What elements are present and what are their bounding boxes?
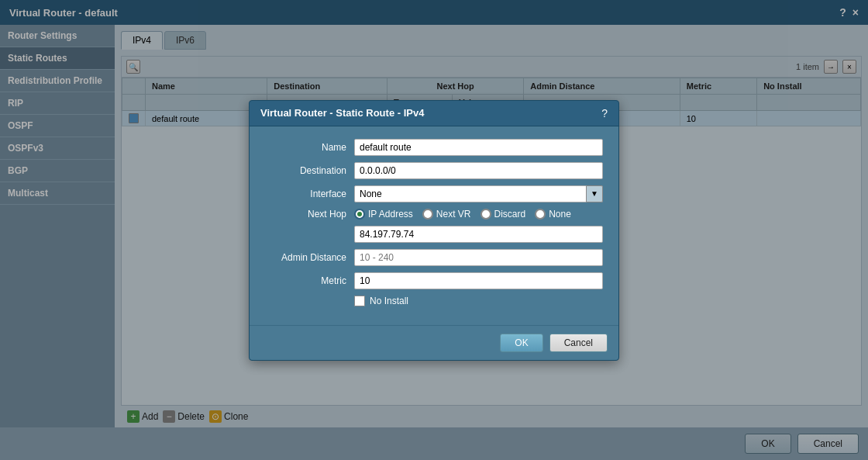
no-install-checkbox[interactable] bbox=[354, 296, 365, 306]
destination-label: Destination bbox=[265, 165, 354, 176]
nexthop-row: Next Hop IP Address Next VR Disca bbox=[265, 209, 603, 220]
interface-select-wrapper: None ▼ bbox=[354, 185, 603, 202]
interface-select-arrow[interactable]: ▼ bbox=[586, 185, 603, 202]
modal-cancel-button[interactable]: Cancel bbox=[549, 334, 608, 352]
modal-overlay: Virtual Router - Static Route - IPv4 ? N… bbox=[0, 0, 868, 460]
modal-help-icon[interactable]: ? bbox=[601, 107, 608, 119]
no-install-row: No Install bbox=[265, 296, 603, 306]
radio-discard-circle bbox=[480, 209, 491, 220]
destination-input[interactable] bbox=[354, 162, 603, 179]
metric-label: Metric bbox=[265, 275, 354, 286]
name-input[interactable] bbox=[354, 139, 603, 156]
name-row: Name bbox=[265, 139, 603, 156]
no-install-label: No Install bbox=[370, 296, 408, 306]
ip-address-row bbox=[265, 226, 603, 243]
modal-body: Name Destination Interface None ▼ bbox=[250, 126, 618, 325]
ip-address-input[interactable] bbox=[354, 226, 603, 243]
radio-none[interactable]: None bbox=[535, 209, 571, 220]
modal-header: Virtual Router - Static Route - IPv4 ? bbox=[250, 101, 618, 126]
radio-nextvr-circle bbox=[422, 209, 433, 220]
admin-distance-row: Admin Distance bbox=[265, 249, 603, 266]
radio-none-circle bbox=[535, 209, 546, 220]
modal-title: Virtual Router - Static Route - IPv4 bbox=[260, 107, 424, 119]
radio-ip-dot bbox=[357, 212, 362, 216]
admin-distance-label: Admin Distance bbox=[265, 252, 354, 263]
interface-label: Interface bbox=[265, 188, 354, 199]
modal-dialog: Virtual Router - Static Route - IPv4 ? N… bbox=[249, 100, 619, 361]
radio-ip-circle bbox=[354, 209, 365, 220]
modal-ok-button[interactable]: OK bbox=[500, 334, 542, 352]
nexthop-label: Next Hop bbox=[265, 209, 354, 220]
modal-footer: OK Cancel bbox=[250, 325, 618, 360]
radio-discard[interactable]: Discard bbox=[480, 209, 526, 220]
nexthop-radio-group: IP Address Next VR Discard None bbox=[354, 209, 603, 220]
radio-next-vr[interactable]: Next VR bbox=[422, 209, 471, 220]
radio-ip-address[interactable]: IP Address bbox=[354, 209, 413, 220]
interface-row: Interface None ▼ bbox=[265, 185, 603, 202]
name-label: Name bbox=[265, 142, 354, 153]
admin-distance-input[interactable] bbox=[354, 249, 603, 266]
destination-row: Destination bbox=[265, 162, 603, 179]
interface-select[interactable]: None bbox=[354, 185, 603, 202]
no-install-wrapper: No Install bbox=[354, 296, 408, 306]
metric-input[interactable] bbox=[354, 272, 603, 289]
metric-row: Metric bbox=[265, 272, 603, 289]
